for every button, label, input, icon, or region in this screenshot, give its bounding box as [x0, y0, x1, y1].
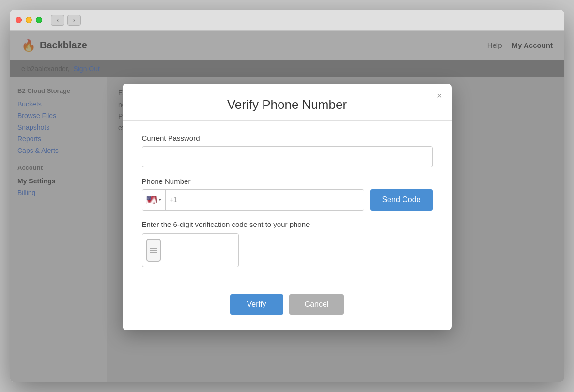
verification-code-group: Enter the 6-digit verification code sent…	[142, 220, 433, 267]
verify-phone-modal: Verify Phone Number × Current Password P…	[123, 84, 452, 330]
verification-code-input[interactable]	[165, 238, 277, 263]
browser-titlebar: ‹ ›	[10, 10, 564, 31]
send-code-button[interactable]: Send Code	[370, 189, 432, 211]
phone-row: 🇺🇸 ▾ +1 Send Code	[142, 189, 433, 211]
phone-number-group: Phone Number 🇺🇸 ▾ +1 Send Code	[142, 177, 433, 211]
verification-label: Enter the 6-digit verification code sent…	[142, 220, 433, 228]
phone-number-label: Phone Number	[142, 177, 433, 185]
verify-button[interactable]: Verify	[230, 294, 283, 315]
chevron-down-icon: ▾	[159, 197, 161, 202]
close-button[interactable]	[16, 17, 22, 23]
forward-button[interactable]: ›	[67, 15, 81, 26]
flag-emoji: 🇺🇸	[146, 195, 157, 205]
minimize-button[interactable]	[26, 17, 32, 23]
maximize-button[interactable]	[36, 17, 42, 23]
modal-close-button[interactable]: ×	[437, 91, 442, 100]
modal-body: Current Password Phone Number 🇺🇸 ▾	[123, 121, 452, 290]
current-password-input[interactable]	[142, 146, 433, 167]
modal-backdrop: Verify Phone Number × Current Password P…	[10, 31, 564, 382]
current-password-label: Current Password	[142, 134, 433, 142]
current-password-group: Current Password	[142, 134, 433, 167]
modal-title: Verify Phone Number	[138, 97, 436, 112]
phone-input-wrapper: 🇺🇸 ▾ +1	[142, 189, 365, 211]
country-flag-select[interactable]: 🇺🇸 ▾	[142, 190, 166, 210]
modal-footer: Verify Cancel	[123, 294, 452, 315]
phone-icon-lines	[150, 248, 157, 253]
modal-header: Verify Phone Number ×	[123, 84, 452, 121]
phone-number-input[interactable]	[181, 190, 364, 210]
phone-device-icon	[146, 239, 161, 262]
phone-icon-line	[150, 250, 157, 251]
app-content: 🔥 Backblaze Help My Account e b2aalexand…	[10, 31, 564, 382]
phone-icon-line	[150, 248, 157, 249]
back-button[interactable]: ‹	[51, 15, 64, 26]
phone-prefix: +1	[166, 196, 181, 204]
verification-input-wrapper	[142, 233, 239, 267]
browser-window: ‹ › 🔥 Backblaze Help My Account	[10, 10, 564, 382]
phone-icon-line	[150, 252, 157, 253]
cancel-button[interactable]: Cancel	[289, 294, 344, 315]
